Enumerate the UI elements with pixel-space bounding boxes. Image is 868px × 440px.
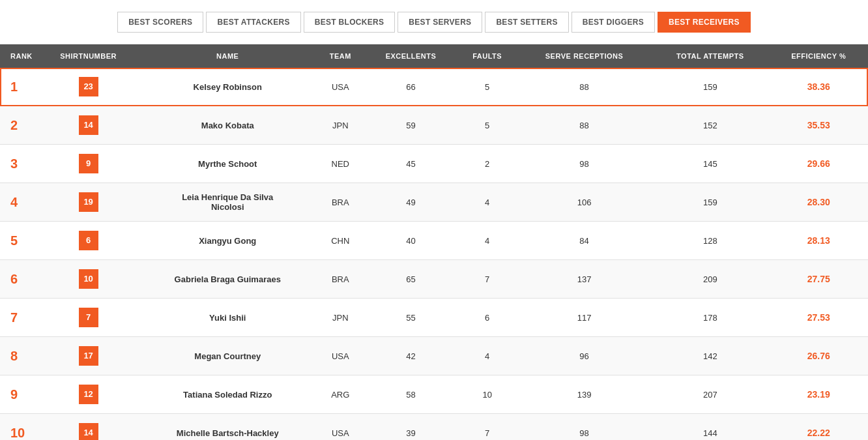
excellents-cell: 42 <box>365 337 457 375</box>
team-cell: NED <box>316 145 364 183</box>
shirt-cell: 23 <box>38 68 139 106</box>
tab-best-setters[interactable]: Best Setters <box>485 12 568 33</box>
tab-best-servers[interactable]: Best Servers <box>398 12 482 33</box>
shirt-cell: 6 <box>38 222 139 260</box>
name-cell: Tatiana Soledad Rizzo <box>139 375 316 414</box>
excellents-cell: 59 <box>365 106 457 145</box>
team-cell: USA <box>316 414 364 441</box>
rank-cell: 2 <box>0 106 38 145</box>
total-attempts-cell: 159 <box>651 68 769 106</box>
shirt-badge: 9 <box>79 154 98 173</box>
faults-cell: 7 <box>457 260 517 299</box>
shirt-badge: 12 <box>79 385 98 404</box>
faults-cell: 2 <box>457 145 517 183</box>
shirt-cell: 19 <box>38 183 139 222</box>
serve-receptions-cell: 84 <box>517 222 652 260</box>
name-cell: Mako Kobata <box>139 106 316 145</box>
excellents-cell: 49 <box>365 183 457 222</box>
efficiency-cell: 28.30 <box>769 183 868 222</box>
rank-cell: 7 <box>0 299 38 337</box>
team-cell: BRA <box>316 260 364 299</box>
serve-receptions-cell: 88 <box>517 68 652 106</box>
col-header-efficiency: EFFICIENCY % <box>769 44 868 68</box>
total-attempts-cell: 142 <box>651 337 769 375</box>
tab-best-attackers[interactable]: Best Attackers <box>206 12 300 33</box>
shirt-badge: 14 <box>79 115 98 135</box>
excellents-cell: 65 <box>365 260 457 299</box>
serve-receptions-cell: 88 <box>517 106 652 145</box>
serve-receptions-cell: 106 <box>517 183 652 222</box>
total-attempts-cell: 178 <box>651 299 769 337</box>
tab-best-diggers[interactable]: Best Diggers <box>571 12 655 33</box>
efficiency-cell: 38.36 <box>769 68 868 106</box>
efficiency-cell: 28.13 <box>769 222 868 260</box>
total-attempts-cell: 128 <box>651 222 769 260</box>
table-row: 214Mako KobataJPN5958815235.53 <box>0 106 868 145</box>
serve-receptions-cell: 139 <box>517 375 652 414</box>
team-cell: JPN <box>316 106 364 145</box>
table-row: 419Leia Henrique Da SilvaNicolosiBRA4941… <box>0 183 868 222</box>
name-cell: Xiangyu Gong <box>139 222 316 260</box>
excellents-cell: 39 <box>365 414 457 441</box>
table-row: 817Megan CourtneyUSA4249614226.76 <box>0 337 868 375</box>
shirt-badge: 6 <box>79 231 98 250</box>
shirt-badge: 7 <box>79 308 98 327</box>
shirt-cell: 17 <box>38 337 139 375</box>
faults-cell: 5 <box>457 68 517 106</box>
tab-best-blockers[interactable]: Best Blockers <box>304 12 396 33</box>
efficiency-cell: 22.22 <box>769 414 868 441</box>
shirt-cell: 10 <box>38 260 139 299</box>
faults-cell: 4 <box>457 337 517 375</box>
name-cell: Yuki Ishii <box>139 299 316 337</box>
excellents-cell: 45 <box>365 145 457 183</box>
total-attempts-cell: 144 <box>651 414 769 441</box>
faults-cell: 4 <box>457 183 517 222</box>
name-cell: Kelsey Robinson <box>139 68 316 106</box>
excellents-cell: 40 <box>365 222 457 260</box>
leaderboard-table: RANKSHIRTNUMBERNAMETEAMEXCELLENTSFAULTSS… <box>0 44 868 440</box>
name-cell: Michelle Bartsch-Hackley <box>139 414 316 441</box>
shirt-badge: 10 <box>79 269 98 289</box>
efficiency-cell: 29.66 <box>769 145 868 183</box>
efficiency-cell: 35.53 <box>769 106 868 145</box>
rank-cell: 6 <box>0 260 38 299</box>
faults-cell: 4 <box>457 222 517 260</box>
col-header-shirtnumber: SHIRTNUMBER <box>38 44 139 68</box>
total-attempts-cell: 207 <box>651 375 769 414</box>
table-row: 56Xiangyu GongCHN4048412828.13 <box>0 222 868 260</box>
tab-best-scorers[interactable]: Best Scorers <box>117 12 203 33</box>
shirt-cell: 14 <box>38 414 139 441</box>
table-row: 1014Michelle Bartsch-HackleyUSA397981442… <box>0 414 868 441</box>
team-cell: JPN <box>316 299 364 337</box>
rank-cell: 4 <box>0 183 38 222</box>
table-row: 39Myrthe SchootNED4529814529.66 <box>0 145 868 183</box>
col-header-excellents: EXCELLENTS <box>365 44 457 68</box>
faults-cell: 5 <box>457 106 517 145</box>
shirt-badge: 17 <box>79 346 98 366</box>
col-header-team: TEAM <box>316 44 364 68</box>
efficiency-cell: 23.19 <box>769 375 868 414</box>
tab-best-receivers[interactable]: Best Receivers <box>658 12 751 33</box>
rank-cell: 5 <box>0 222 38 260</box>
shirt-cell: 12 <box>38 375 139 414</box>
table-row: 610Gabriela Braga GuimaraesBRA6571372092… <box>0 260 868 299</box>
col-header-total_attempts: TOTAL ATTEMPTS <box>651 44 769 68</box>
team-cell: USA <box>316 337 364 375</box>
efficiency-cell: 27.75 <box>769 260 868 299</box>
shirt-badge: 23 <box>79 77 98 96</box>
name-cell: Megan Courtney <box>139 337 316 375</box>
name-cell: Myrthe Schoot <box>139 145 316 183</box>
team-cell: CHN <box>316 222 364 260</box>
table-row: 77Yuki IshiiJPN55611717827.53 <box>0 299 868 337</box>
total-attempts-cell: 145 <box>651 145 769 183</box>
excellents-cell: 58 <box>365 375 457 414</box>
faults-cell: 6 <box>457 299 517 337</box>
serve-receptions-cell: 137 <box>517 260 652 299</box>
name-cell: Leia Henrique Da SilvaNicolosi <box>139 183 316 222</box>
col-header-faults: FAULTS <box>457 44 517 68</box>
efficiency-cell: 26.76 <box>769 337 868 375</box>
name-cell: Gabriela Braga Guimaraes <box>139 260 316 299</box>
excellents-cell: 66 <box>365 68 457 106</box>
shirt-badge: 14 <box>79 423 98 440</box>
rank-cell: 8 <box>0 337 38 375</box>
